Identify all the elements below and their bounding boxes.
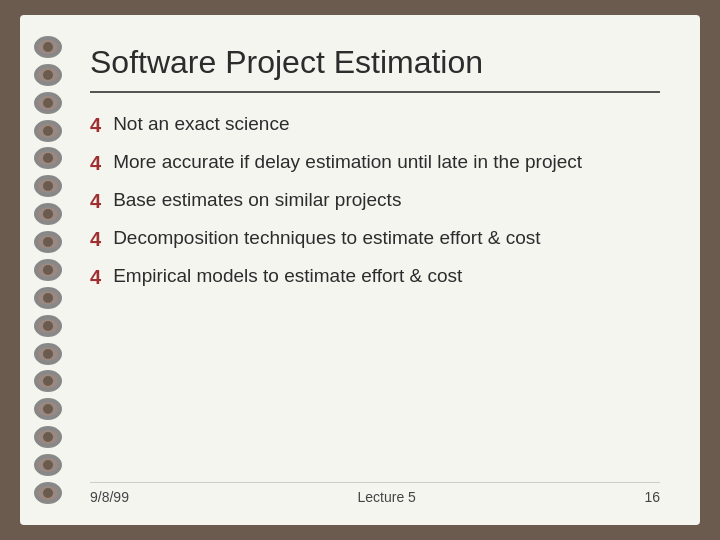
bullet-text: Empirical models to estimate effort & co… <box>113 263 660 289</box>
spiral-ring <box>34 315 62 337</box>
bullet-text: Base estimates on similar projects <box>113 187 660 213</box>
bullet-icon: 4 <box>90 150 101 177</box>
bullet-text: Not an exact science <box>113 111 660 137</box>
list-item: 4 More accurate if delay estimation unti… <box>90 149 660 177</box>
spiral-ring <box>34 203 62 225</box>
spiral-ring <box>34 482 62 504</box>
list-item: 4 Base estimates on similar projects <box>90 187 660 215</box>
bullet-list: 4 Not an exact science 4 More accurate i… <box>90 111 660 470</box>
spiral-ring <box>34 175 62 197</box>
slide: Software Project Estimation 4 Not an exa… <box>20 15 700 525</box>
spiral-ring <box>34 92 62 114</box>
spiral-ring <box>34 454 62 476</box>
spiral-ring <box>34 343 62 365</box>
spiral-ring <box>34 147 62 169</box>
footer-lecture: Lecture 5 <box>357 489 415 505</box>
spiral-binding <box>20 15 75 525</box>
footer-page: 16 <box>644 489 660 505</box>
spiral-ring <box>34 370 62 392</box>
spiral-ring <box>34 120 62 142</box>
spiral-ring <box>34 231 62 253</box>
bullet-icon: 4 <box>90 188 101 215</box>
list-item: 4 Not an exact science <box>90 111 660 139</box>
slide-footer: 9/8/99 Lecture 5 16 <box>90 482 660 505</box>
spiral-ring <box>34 398 62 420</box>
bullet-text: More accurate if delay estimation until … <box>113 149 660 175</box>
bullet-icon: 4 <box>90 226 101 253</box>
spiral-ring <box>34 36 62 58</box>
list-item: 4 Empirical models to estimate effort & … <box>90 263 660 291</box>
bullet-text: Decomposition techniques to estimate eff… <box>113 225 660 251</box>
spiral-ring <box>34 64 62 86</box>
spiral-ring <box>34 426 62 448</box>
spiral-ring <box>34 287 62 309</box>
spiral-ring <box>34 259 62 281</box>
title-divider <box>90 91 660 93</box>
footer-date: 9/8/99 <box>90 489 129 505</box>
slide-title: Software Project Estimation <box>90 43 660 81</box>
bullet-icon: 4 <box>90 112 101 139</box>
list-item: 4 Decomposition techniques to estimate e… <box>90 225 660 253</box>
bullet-icon: 4 <box>90 264 101 291</box>
